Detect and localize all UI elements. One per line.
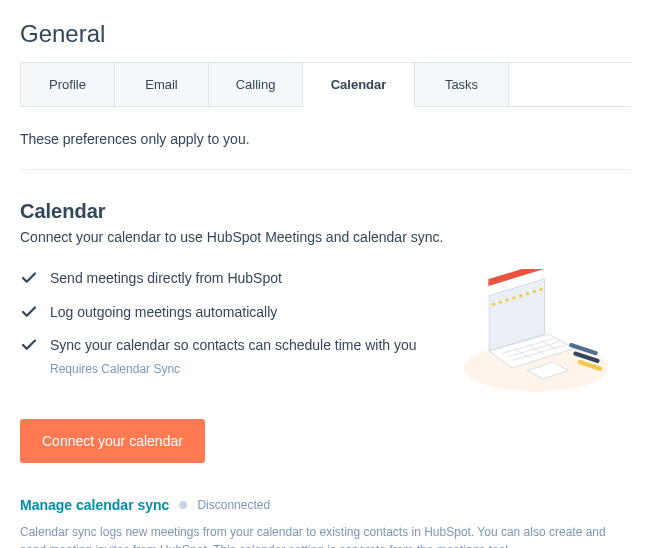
section-title: Calendar (20, 200, 631, 223)
list-item: Log outgoing meetings automatically (20, 303, 441, 323)
list-item: Sync your calendar so contacts can sched… (20, 336, 441, 356)
tab-email[interactable]: Email (115, 63, 209, 107)
svg-point-9 (533, 290, 536, 293)
svg-point-8 (526, 292, 529, 295)
check-icon (20, 336, 38, 354)
tab-calling[interactable]: Calling (209, 63, 303, 107)
requires-sync-note: Requires Calendar Sync (50, 362, 441, 376)
list-item: Send meetings directly from HubSpot (20, 269, 441, 289)
check-icon (20, 303, 38, 321)
section-subtitle: Connect your calendar to use HubSpot Mee… (20, 229, 631, 245)
calendar-illustration (451, 269, 631, 403)
page-title: General (20, 20, 631, 48)
tab-profile[interactable]: Profile (21, 63, 115, 107)
connect-calendar-button[interactable]: Connect your calendar (20, 419, 205, 463)
svg-point-7 (519, 294, 522, 297)
bullet-text: Log outgoing meetings automatically (50, 303, 441, 323)
svg-point-3 (492, 303, 495, 306)
tab-tasks[interactable]: Tasks (415, 63, 509, 107)
bullet-text: Sync your calendar so contacts can sched… (50, 336, 441, 356)
check-icon (20, 269, 38, 287)
status-text: Disconnected (197, 498, 270, 512)
preferences-note: These preferences only apply to you. (20, 107, 631, 170)
manage-calendar-sync-link[interactable]: Manage calendar sync (20, 497, 169, 513)
svg-point-5 (505, 298, 508, 301)
svg-point-6 (512, 296, 515, 299)
bullet-text: Send meetings directly from HubSpot (50, 269, 441, 289)
bullets: Send meetings directly from HubSpot Log … (20, 269, 451, 403)
tab-filler (509, 63, 631, 107)
manage-description: Calendar sync logs new meetings from you… (20, 523, 631, 548)
svg-point-10 (539, 288, 542, 291)
svg-point-4 (499, 300, 502, 303)
status-dot-icon (179, 501, 187, 509)
tabs: Profile Email Calling Calendar Tasks (20, 62, 631, 107)
tab-calendar[interactable]: Calendar (303, 63, 415, 107)
calendar-section: Calendar Connect your calendar to use Hu… (20, 170, 631, 548)
